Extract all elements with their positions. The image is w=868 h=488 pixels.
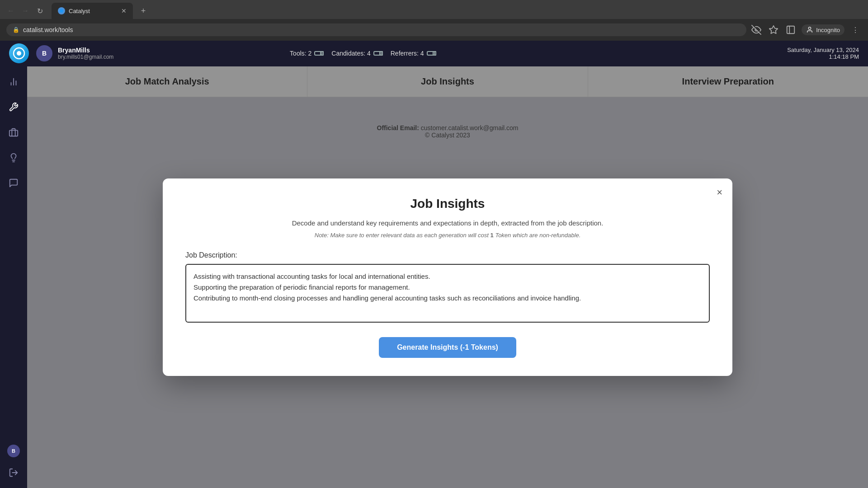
user-details: BryanMills bry.mills01@gmail.com [58,47,113,60]
app-logo [9,43,29,63]
star-icon[interactable] [767,23,780,36]
sidebar-item-logout[interactable] [5,465,22,481]
job-description-textarea[interactable] [185,264,710,323]
referrers-label: Referrers: 4 [391,50,424,57]
browser-tab-bar: ← → ↻ Catalyst ✕ + [0,0,868,19]
reload-button[interactable]: ↻ [33,5,46,17]
modal-description: Decode and understand key requirements a… [185,218,710,229]
sidebar-item-chart[interactable] [5,74,22,90]
lock-icon: 🔒 [13,27,19,33]
sidebar-item-bulb[interactable] [5,150,22,166]
time-text: 1:14:18 PM [787,53,859,60]
user-email: bry.mills01@gmail.com [58,54,113,60]
app-header: B BryanMills bry.mills01@gmail.com Tools… [0,41,868,66]
tab-title: Catalyst [69,8,90,14]
sidebar-toggle-icon[interactable] [784,23,797,36]
tools-stat: Tools: 2 [290,50,322,57]
eye-slash-icon[interactable] [750,23,763,36]
app-body: B Job Match Analysis Job Insights Interv… [0,66,868,488]
svg-point-6 [17,51,21,56]
nav-buttons: ← → ↻ [5,5,46,17]
tab-favicon [58,7,65,14]
modal-title: Job Insights [185,197,710,211]
back-button[interactable]: ← [5,5,17,17]
date-text: Saturday, January 13, 2024 [787,47,859,53]
toolbar-icons: Incognito ⋮ [750,23,862,36]
user-avatar: B [36,45,52,61]
candidates-icon [373,51,382,56]
candidates-stat: Candidates: 4 [331,50,381,57]
generate-insights-button[interactable]: Generate Insights (-1 Tokens) [379,337,516,358]
sidebar-item-tools[interactable] [5,99,22,115]
sidebar-item-bag[interactable] [5,124,22,141]
field-label: Job Description: [185,251,710,259]
sidebar-bottom: B [5,445,22,481]
browser-tab[interactable]: Catalyst ✕ [52,3,133,19]
browser-toolbar: 🔒 catalist.work/tools Incognito ⋮ [0,19,868,41]
tab-close-button[interactable]: ✕ [121,7,127,14]
new-tab-button[interactable]: + [137,4,150,18]
header-date: Saturday, January 13, 2024 1:14:18 PM [787,47,859,60]
svg-point-4 [809,27,811,29]
tools-icon [314,51,322,56]
modal-note-text: Note: Make sure to enter relevant data a… [315,232,491,239]
modal-note: Note: Make sure to enter relevant data a… [185,232,710,239]
browser-chrome: ← → ↻ Catalyst ✕ + 🔒 catalist.work/tools [0,0,868,41]
candidates-label: Candidates: 4 [331,50,370,57]
header-stats: Tools: 2 Candidates: 4 Referrers: 4 [290,50,435,57]
svg-rect-2 [787,26,795,34]
sidebar-item-chat[interactable] [5,175,22,191]
modal-note-end: Token which are non-refundable. [494,232,580,239]
incognito-label: Incognito [816,27,840,33]
svg-rect-10 [9,130,18,136]
main-content: Job Match Analysis Job Insights Intervie… [27,66,868,488]
forward-button[interactable]: → [19,5,32,17]
sidebar: B [0,66,27,488]
address-bar[interactable]: 🔒 catalist.work/tools [6,23,746,36]
user-info: B BryanMills bry.mills01@gmail.com [36,45,113,61]
tools-label: Tools: 2 [290,50,311,57]
svg-marker-1 [769,26,778,33]
referrers-icon [427,51,435,56]
modal-note-bold: 1 [491,232,494,239]
job-insights-modal: × Job Insights Decode and understand key… [163,178,732,376]
referrers-stat: Referrers: 4 [391,50,435,57]
modal-close-button[interactable]: × [717,187,722,198]
incognito-button[interactable]: Incognito [802,24,844,35]
sidebar-user-avatar[interactable]: B [7,445,20,457]
more-options-icon[interactable]: ⋮ [849,23,862,36]
url-text: catalist.work/tools [23,26,73,33]
user-name: BryanMills [58,47,113,54]
modal-overlay: × Job Insights Decode and understand key… [27,66,868,488]
